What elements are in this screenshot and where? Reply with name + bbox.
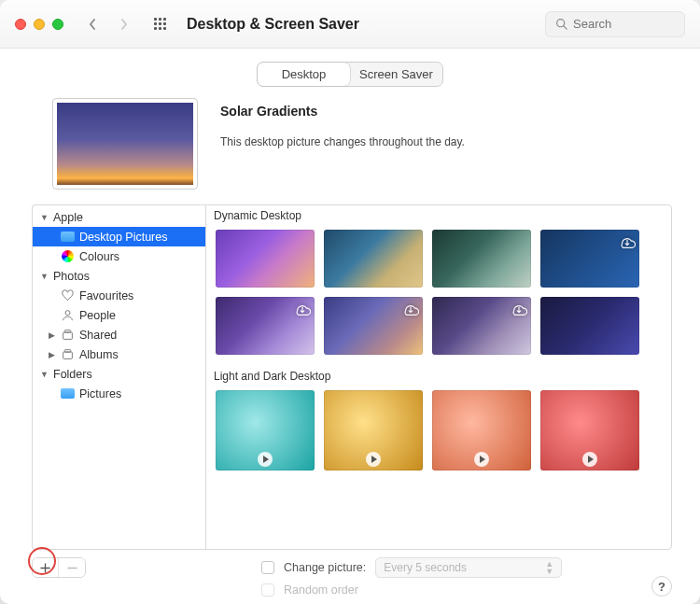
preferences-window: Desktop & Screen Saver Desktop Screen Sa… xyxy=(0,0,700,604)
show-all-button[interactable] xyxy=(147,12,172,36)
source-sidebar[interactable]: ▼ Apple Desktop Pictures Colours ▼ Photo… xyxy=(32,204,205,550)
sidebar-item-shared[interactable]: ▶ Shared xyxy=(33,325,205,344)
dynamic-thumbnails xyxy=(206,224,671,366)
svg-point-2 xyxy=(65,311,70,316)
add-folder-button[interactable] xyxy=(33,558,59,577)
wallpaper-thumbnail[interactable] xyxy=(324,297,423,355)
chevron-right-icon xyxy=(119,18,129,31)
sidebar-item-label: Colours xyxy=(79,250,119,263)
svg-rect-4 xyxy=(64,330,71,332)
preview-meta: Solar Gradients This desktop picture cha… xyxy=(220,98,465,148)
sidebar-item-label: Desktop Pictures xyxy=(79,231,167,244)
add-remove-control xyxy=(32,557,86,578)
remove-folder-button[interactable] xyxy=(59,558,85,577)
chevron-down-icon: ▼ xyxy=(40,370,49,379)
chevron-right-icon: ▶ xyxy=(48,330,56,340)
close-button[interactable] xyxy=(15,19,26,30)
sidebar-item-albums[interactable]: ▶ Albums xyxy=(33,344,205,364)
play-icon xyxy=(366,452,381,467)
minimize-button[interactable] xyxy=(34,19,45,30)
main-area: ▼ Apple Desktop Pictures Colours ▼ Photo… xyxy=(0,204,700,550)
download-icon xyxy=(619,233,636,254)
sidebar-item-desktop-pictures[interactable]: Desktop Pictures xyxy=(33,227,205,246)
wallpaper-thumbnail[interactable] xyxy=(540,297,639,355)
sidebar-item-label: Shared xyxy=(79,329,117,342)
sidebar-group-label: Photos xyxy=(53,270,90,283)
chevron-down-icon: ▼ xyxy=(40,272,49,281)
tab-switcher: Desktop Screen Saver xyxy=(257,62,443,87)
wallpaper-thumbnail[interactable] xyxy=(432,390,531,471)
footer: Change picture: Every 5 seconds ▲▼ Rando… xyxy=(0,550,700,597)
download-icon xyxy=(294,301,311,321)
sidebar-item-favourites[interactable]: Favourites xyxy=(33,286,205,305)
sidebar-item-label: People xyxy=(79,309,116,322)
help-button[interactable]: ? xyxy=(651,576,672,597)
change-picture-area: Change picture: Every 5 seconds ▲▼ Rando… xyxy=(261,557,562,597)
stack-icon xyxy=(61,347,75,361)
sidebar-group-folders[interactable]: ▼ Folders xyxy=(33,364,205,384)
wallpaper-description: This desktop picture changes throughout … xyxy=(220,135,465,148)
current-wallpaper-preview xyxy=(52,98,198,190)
search-icon xyxy=(555,18,567,30)
folder-icon xyxy=(61,386,75,400)
download-icon xyxy=(402,301,419,321)
sidebar-group-photos[interactable]: ▼ Photos xyxy=(33,266,205,286)
sidebar-item-colours[interactable]: Colours xyxy=(33,246,205,266)
forward-button[interactable] xyxy=(112,12,136,36)
back-button[interactable] xyxy=(80,12,105,36)
wallpaper-thumbnail[interactable] xyxy=(216,297,315,355)
section-lightdark-label: Light and Dark Desktop xyxy=(206,366,671,385)
svg-rect-3 xyxy=(63,332,73,339)
grid-icon xyxy=(154,18,166,30)
heart-icon xyxy=(61,288,75,302)
tab-screensaver[interactable]: Screen Saver xyxy=(350,63,442,86)
change-picture-checkbox[interactable] xyxy=(261,561,274,574)
sidebar-item-pictures[interactable]: Pictures xyxy=(33,384,205,403)
sidebar-group-label: Folders xyxy=(53,368,92,381)
wallpaper-thumbnail[interactable] xyxy=(432,297,531,355)
sidebar-item-label: Favourites xyxy=(79,289,133,302)
window-title: Desktop & Screen Saver xyxy=(187,16,359,33)
wallpaper-thumbnail[interactable] xyxy=(432,230,531,288)
wallpaper-thumbnail[interactable] xyxy=(324,230,423,288)
tab-desktop[interactable]: Desktop xyxy=(258,63,350,86)
svg-line-1 xyxy=(564,26,567,29)
titlebar: Desktop & Screen Saver xyxy=(0,0,700,49)
wallpaper-name: Solar Gradients xyxy=(220,104,465,119)
folder-icon xyxy=(61,230,75,244)
stack-icon xyxy=(61,328,75,342)
wallpaper-thumbnail[interactable] xyxy=(324,390,423,471)
interval-dropdown[interactable]: Every 5 seconds ▲▼ xyxy=(375,557,562,578)
search-input[interactable] xyxy=(573,17,675,31)
sidebar-group-label: Apple xyxy=(53,211,83,224)
play-icon xyxy=(474,452,489,467)
section-dynamic-label: Dynamic Desktop xyxy=(206,205,671,224)
chevron-left-icon xyxy=(88,18,97,31)
plus-icon xyxy=(40,563,50,573)
interval-value: Every 5 seconds xyxy=(384,561,467,574)
window-controls xyxy=(15,19,63,30)
wallpaper-thumbnail[interactable] xyxy=(216,230,315,288)
download-icon xyxy=(511,301,527,321)
chevron-right-icon: ▶ xyxy=(48,350,56,359)
lightdark-thumbnails xyxy=(206,385,671,482)
stepper-icon: ▲▼ xyxy=(545,560,553,575)
wallpaper-thumbnail[interactable] xyxy=(540,230,639,288)
sidebar-group-apple[interactable]: ▼ Apple xyxy=(33,207,205,227)
maximize-button[interactable] xyxy=(52,19,63,30)
sidebar-item-people[interactable]: People xyxy=(33,305,205,325)
sidebar-item-label: Pictures xyxy=(79,387,121,400)
wallpaper-thumbnail[interactable] xyxy=(540,390,639,471)
random-order-label: Random order xyxy=(284,583,358,597)
sidebar-item-label: Albums xyxy=(79,348,119,361)
change-picture-label: Change picture: xyxy=(284,561,366,574)
wallpaper-thumbnail xyxy=(57,103,193,185)
minus-icon xyxy=(67,563,77,573)
wallpaper-grid[interactable]: Dynamic Desktop Light and Dark Desktop xyxy=(205,204,672,550)
wallpaper-thumbnail[interactable] xyxy=(216,390,315,471)
random-order-checkbox[interactable] xyxy=(261,583,274,597)
search-field[interactable] xyxy=(545,11,685,37)
play-icon xyxy=(258,452,273,467)
person-icon xyxy=(61,308,75,322)
play-icon xyxy=(582,452,597,467)
